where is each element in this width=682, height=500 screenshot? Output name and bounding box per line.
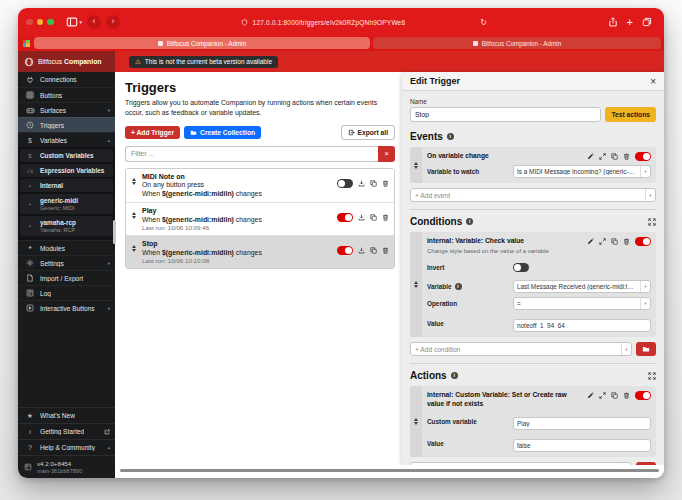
add-condition-select[interactable]: + Add condition ▾ xyxy=(410,342,632,356)
forward-button[interactable]: › xyxy=(106,15,120,29)
tab-companion-admin-active[interactable]: Bitfocus Companion - Admin xyxy=(34,37,370,49)
profile-icon[interactable] xyxy=(21,37,31,49)
log-icon xyxy=(25,289,35,297)
drag-handle[interactable] xyxy=(410,232,422,337)
trigger-row-play[interactable]: Play When $(generic-midi:midiIn) changes… xyxy=(126,203,394,236)
asterisk-icon: * xyxy=(25,244,35,253)
delete-icon[interactable] xyxy=(623,392,630,399)
test-actions-button[interactable]: Test actions xyxy=(605,107,656,122)
variables-children: $ Custom Variables √x Expression Variabl… xyxy=(18,147,115,240)
export-trigger-icon[interactable] xyxy=(358,180,365,187)
action-enabled-toggle[interactable] xyxy=(635,391,651,400)
reload-icon[interactable]: ↻ xyxy=(480,18,487,27)
expand-icon[interactable] xyxy=(599,238,606,245)
sidebar-item-expression-variables[interactable]: √x Expression Variables xyxy=(20,164,113,177)
zoom-window-button[interactable] xyxy=(47,19,54,26)
add-event-select[interactable]: + Add event ▾ xyxy=(410,188,656,202)
tab-companion-admin-inactive[interactable]: Bitfocus Companion - Admin xyxy=(373,37,661,49)
trigger-enabled-toggle[interactable] xyxy=(337,246,353,255)
sidebar-item-triggers[interactable]: Triggers xyxy=(18,117,115,132)
expand-all-icon[interactable] xyxy=(648,372,656,380)
sidebar-toggle-icon[interactable]: ▾ xyxy=(66,16,83,28)
trigger-enabled-toggle[interactable] xyxy=(337,179,353,188)
tab-overview-icon[interactable] xyxy=(642,17,652,27)
close-window-button[interactable] xyxy=(26,19,33,26)
sidebar-item-help-community[interactable]: ? Help & Community ▴ xyxy=(18,439,115,455)
operation-select[interactable]: = ▾ xyxy=(513,297,651,310)
sidebar-item-import-export[interactable]: Import / Export xyxy=(18,270,115,285)
back-button[interactable]: ‹ xyxy=(87,15,101,29)
edit-icon[interactable] xyxy=(587,392,594,399)
address-bar[interactable]: 127.0.0.1:8000/triggers/eIv2k0RZpQNh9OPY… xyxy=(120,18,608,27)
sidebar-item-settings[interactable]: Settings ▾ xyxy=(18,255,115,270)
export-trigger-icon[interactable] xyxy=(358,214,365,221)
dollar-icon: $ xyxy=(25,153,35,159)
clone-icon[interactable] xyxy=(611,153,618,160)
drag-handle[interactable] xyxy=(129,240,139,252)
sidebar-item-modules[interactable]: * Modules xyxy=(18,240,115,255)
edit-icon[interactable] xyxy=(587,238,594,245)
sidebar-item-log[interactable]: Log xyxy=(18,285,115,300)
export-all-button[interactable]: Export all xyxy=(341,125,395,140)
delete-trigger-icon[interactable] xyxy=(382,214,389,221)
clone-trigger-icon[interactable] xyxy=(370,180,377,187)
expand-all-icon[interactable] xyxy=(648,218,656,226)
trigger-row-midi-note-on[interactable]: MIDI Note on On any button press When $(… xyxy=(126,169,394,204)
delete-icon[interactable] xyxy=(623,238,630,245)
scrollbar-thumb[interactable] xyxy=(120,469,659,472)
operation-label: Operation xyxy=(427,300,513,307)
drag-handle[interactable] xyxy=(410,147,422,183)
companion-logo-icon xyxy=(24,57,34,67)
variable-select[interactable]: Last Message Received (generic-midi:last… xyxy=(513,280,651,293)
trigger-row-stop[interactable]: Stop When $(generic-midi:midiIn) changes… xyxy=(126,236,394,268)
variable-to-watch-select[interactable]: Is a MIDI Message Incoming? (generic-mid… xyxy=(513,165,651,178)
close-panel-icon[interactable]: × xyxy=(650,76,656,87)
chevron-down-icon: ▾ xyxy=(621,343,631,355)
sidebar-item-yamaha-rcp[interactable]: • yamaha-rcp Yamaha: RCP xyxy=(20,216,113,236)
clone-trigger-icon[interactable] xyxy=(370,247,377,254)
condition-collection-button[interactable] xyxy=(636,342,656,356)
create-collection-button[interactable]: Create Collection xyxy=(184,126,261,139)
minimize-window-button[interactable] xyxy=(37,19,44,26)
action-value-input[interactable] xyxy=(513,439,651,452)
share-icon[interactable] xyxy=(608,17,618,27)
sidebar-resize-handle[interactable] xyxy=(113,220,116,244)
invert-toggle[interactable] xyxy=(513,263,529,272)
condition-enabled-toggle[interactable] xyxy=(635,237,651,246)
add-trigger-button[interactable]: + Add Trigger xyxy=(125,126,180,139)
delete-trigger-icon[interactable] xyxy=(382,247,389,254)
sidebar-item-custom-variables[interactable]: $ Custom Variables xyxy=(20,149,113,162)
clone-trigger-icon[interactable] xyxy=(370,214,377,221)
sidebar-item-getting-started[interactable]: i Getting Started xyxy=(18,423,115,439)
sidebar-item-whats-new[interactable]: ★ What's New xyxy=(18,407,115,423)
delete-trigger-icon[interactable] xyxy=(382,180,389,187)
sidebar-item-variables[interactable]: $ Variables ▴ xyxy=(18,132,115,147)
drag-handle[interactable] xyxy=(410,386,422,457)
drag-handle[interactable] xyxy=(129,173,139,185)
edit-icon[interactable] xyxy=(587,153,594,160)
sidebar-item-buttons[interactable]: Buttons xyxy=(18,87,115,102)
horizontal-scrollbar[interactable] xyxy=(115,465,664,478)
expand-icon[interactable] xyxy=(599,392,606,399)
drag-handle[interactable] xyxy=(129,207,139,219)
condition-value-input[interactable] xyxy=(513,319,651,332)
clone-icon[interactable] xyxy=(611,392,618,399)
trigger-enabled-toggle[interactable] xyxy=(337,213,353,222)
sidebar-item-interactive-buttons[interactable]: Interactive Buttons ▾ xyxy=(18,300,115,315)
sidebar-item-connections[interactable]: Connections xyxy=(18,72,115,87)
custom-variable-input[interactable] xyxy=(513,417,651,430)
sidebar-item-generic-midi[interactable]: • generic-midi Generic: MIDI xyxy=(20,194,113,214)
clear-filter-button[interactable]: × xyxy=(378,146,395,162)
clone-icon[interactable] xyxy=(611,238,618,245)
expand-icon[interactable] xyxy=(599,153,606,160)
sidebar-item-internal[interactable]: • Internal xyxy=(20,179,113,192)
condition-subtitle: Change style based on the value of a var… xyxy=(427,248,651,254)
new-tab-button[interactable]: + xyxy=(627,17,633,27)
event-title: On variable change xyxy=(427,151,587,160)
export-trigger-icon[interactable] xyxy=(358,247,365,254)
trigger-name-input[interactable] xyxy=(410,107,601,122)
filter-input[interactable] xyxy=(125,146,378,162)
event-enabled-toggle[interactable] xyxy=(635,152,651,161)
delete-icon[interactable] xyxy=(623,153,630,160)
sidebar-item-surfaces[interactable]: Surfaces ▾ xyxy=(18,102,115,117)
